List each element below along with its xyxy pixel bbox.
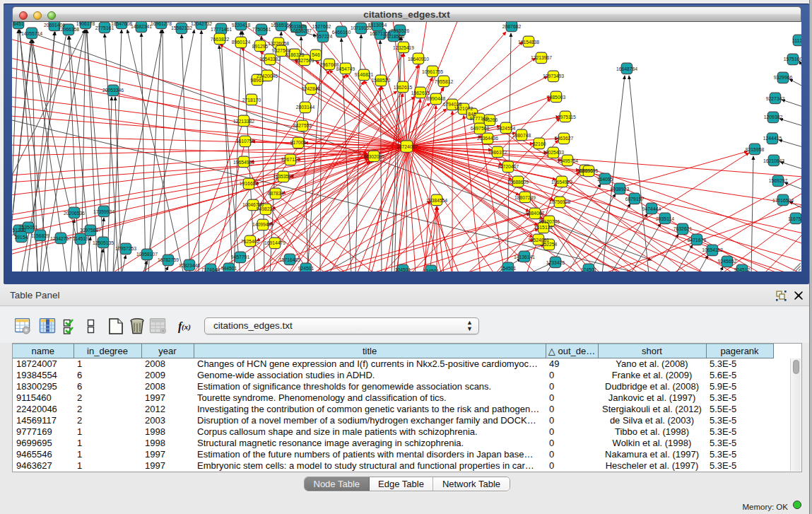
svg-text:10958107: 10958107 xyxy=(136,252,158,257)
svg-text:8267110: 8267110 xyxy=(281,157,300,162)
svg-text:15720407: 15720407 xyxy=(498,164,519,169)
svg-text:1562615: 1562615 xyxy=(411,90,430,95)
svg-text:10653287: 10653287 xyxy=(290,28,312,33)
svg-text:10756928: 10756928 xyxy=(549,199,570,204)
svg-text:9227342: 9227342 xyxy=(766,96,785,101)
svg-text:8471676: 8471676 xyxy=(688,238,707,243)
svg-text:16154838: 16154838 xyxy=(518,40,539,45)
svg-text:16648784: 16648784 xyxy=(616,66,637,71)
svg-text:1209382: 1209382 xyxy=(764,115,783,119)
svg-text:39154: 39154 xyxy=(15,235,28,240)
svg-text:12213967: 12213967 xyxy=(531,55,552,60)
svg-text:2935114: 2935114 xyxy=(656,216,674,221)
svg-text:12505135: 12505135 xyxy=(93,240,114,245)
svg-text:1569297: 1569297 xyxy=(769,178,788,183)
svg-text:746266: 746266 xyxy=(482,117,498,122)
svg-text:16782759: 16782759 xyxy=(158,257,179,262)
svg-text:1906178: 1906178 xyxy=(76,22,95,26)
svg-text:7955812: 7955812 xyxy=(435,79,454,84)
svg-text:2087682: 2087682 xyxy=(502,24,522,29)
svg-text:8451: 8451 xyxy=(13,22,23,26)
svg-text:(x): (x) xyxy=(182,322,191,332)
svg-text:16914479: 16914479 xyxy=(264,240,286,245)
svg-text:19218506: 19218506 xyxy=(383,34,404,39)
svg-text:12975115: 12975115 xyxy=(555,115,576,119)
svg-text:6899695: 6899695 xyxy=(579,168,599,173)
svg-text:10688609: 10688609 xyxy=(507,180,529,185)
svg-text:1588520: 1588520 xyxy=(372,78,391,83)
svg-text:8960124: 8960124 xyxy=(232,40,251,45)
svg-text:6497568: 6497568 xyxy=(471,126,490,131)
svg-text:904512: 904512 xyxy=(734,267,751,271)
svg-text:116753: 116753 xyxy=(788,216,801,221)
svg-text:19654985: 19654985 xyxy=(233,160,254,165)
svg-text:7515526: 7515526 xyxy=(391,28,410,33)
svg-text:104501: 104501 xyxy=(395,267,411,271)
svg-text:7632621: 7632621 xyxy=(673,226,693,231)
svg-text:9245652: 9245652 xyxy=(718,259,737,264)
svg-text:6879197: 6879197 xyxy=(625,197,645,201)
svg-text:14136141: 14136141 xyxy=(514,255,535,259)
svg-text:1621072: 1621072 xyxy=(454,106,473,111)
svg-text:944501: 944501 xyxy=(221,266,237,271)
svg-text:20053346: 20053346 xyxy=(102,88,124,93)
svg-text:1916682: 1916682 xyxy=(240,181,259,186)
svg-text:17359934: 17359934 xyxy=(93,209,114,214)
svg-text:9327503: 9327503 xyxy=(295,58,314,63)
svg-text:18807249: 18807249 xyxy=(514,195,536,200)
svg-text:9220418: 9220418 xyxy=(232,23,251,28)
svg-text:98961: 98961 xyxy=(251,78,264,83)
svg-text:82160: 82160 xyxy=(533,141,546,146)
svg-text:9329966: 9329966 xyxy=(774,75,793,80)
svg-text:1527602: 1527602 xyxy=(312,24,331,29)
svg-text:19384554: 19384554 xyxy=(426,198,447,203)
svg-text:16120746: 16120746 xyxy=(539,219,560,224)
svg-text:16543382: 16543382 xyxy=(259,57,281,62)
svg-text:546: 546 xyxy=(312,52,320,57)
svg-text:9498222: 9498222 xyxy=(257,206,276,211)
svg-text:2803144: 2803144 xyxy=(296,105,315,110)
svg-text:14682341: 14682341 xyxy=(131,24,152,29)
svg-text:1733426: 1733426 xyxy=(546,260,565,265)
svg-text:9463627: 9463627 xyxy=(555,136,574,141)
svg-text:9474444: 9474444 xyxy=(642,206,661,211)
svg-text:13226058: 13226058 xyxy=(268,41,289,46)
svg-text:15582132: 15582132 xyxy=(171,25,192,30)
svg-text:2718170: 2718170 xyxy=(242,98,261,103)
svg-text:1610755: 1610755 xyxy=(236,139,255,144)
svg-text:7485003: 7485003 xyxy=(547,95,566,100)
svg-text:17771461: 17771461 xyxy=(211,27,232,32)
svg-text:1615132: 1615132 xyxy=(534,225,553,230)
svg-text:8454749: 8454749 xyxy=(336,66,355,71)
svg-text:11353594: 11353594 xyxy=(273,174,294,179)
svg-text:8215958: 8215958 xyxy=(746,147,765,152)
svg-text:12066358: 12066358 xyxy=(58,27,79,32)
svg-text:18547608: 18547608 xyxy=(111,22,132,26)
svg-text:9457791: 9457791 xyxy=(231,255,250,259)
svg-text:887834: 887834 xyxy=(268,191,284,196)
svg-text:1535051: 1535051 xyxy=(19,225,38,230)
svg-text:14055714: 14055714 xyxy=(21,31,42,36)
svg-text:20364436: 20364436 xyxy=(477,136,498,141)
svg-text:8427552: 8427552 xyxy=(293,123,312,128)
svg-text:16961278: 16961278 xyxy=(151,22,172,26)
svg-text:891295: 891295 xyxy=(252,44,269,49)
svg-text:19654923: 19654923 xyxy=(551,180,572,185)
svg-text:12042732: 12042732 xyxy=(191,22,212,26)
svg-text:18640910: 18640910 xyxy=(408,57,429,62)
svg-text:7663822: 7663822 xyxy=(211,37,230,42)
svg-text:12213382: 12213382 xyxy=(233,119,254,124)
svg-text:1080748: 1080748 xyxy=(512,133,531,138)
svg-text:1575100: 1575100 xyxy=(784,57,801,62)
svg-text:114519: 114519 xyxy=(73,236,88,241)
svg-text:30975887: 30975887 xyxy=(80,228,101,233)
svg-text:8813054: 8813054 xyxy=(368,23,387,28)
svg-text:9084067: 9084067 xyxy=(526,211,545,216)
svg-text:12823446: 12823446 xyxy=(179,263,200,268)
svg-text:17016504: 17016504 xyxy=(772,198,794,203)
svg-text:18724007: 18724007 xyxy=(396,144,418,149)
svg-text:3824554: 3824554 xyxy=(497,126,516,131)
svg-text:7986372: 7986372 xyxy=(488,150,507,155)
svg-text:20206536: 20206536 xyxy=(64,211,85,216)
svg-text:7750561: 7750561 xyxy=(252,27,271,32)
